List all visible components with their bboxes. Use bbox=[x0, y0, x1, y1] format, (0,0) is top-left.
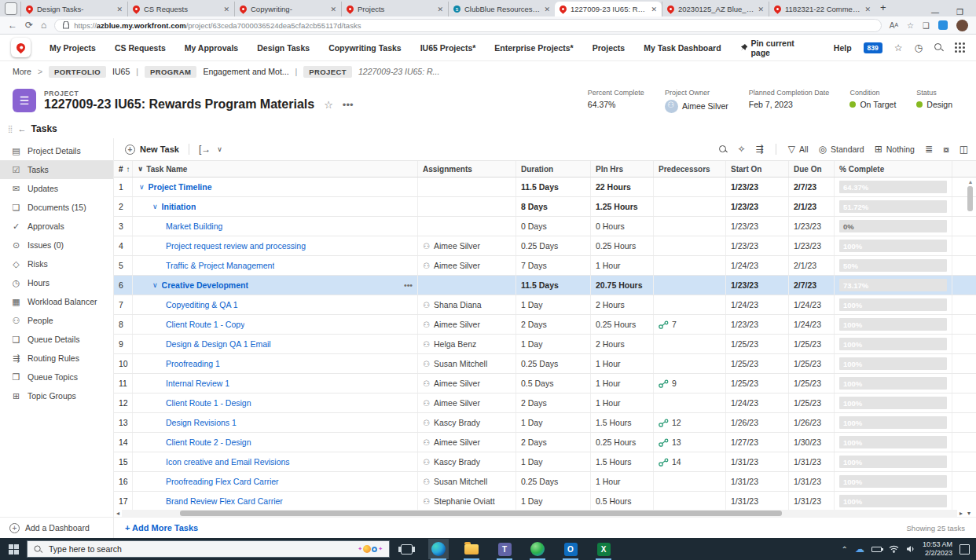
taskbar-app[interactable] bbox=[527, 539, 548, 559]
browser-tab[interactable]: CS Requests ✕ bbox=[127, 2, 234, 16]
program-link[interactable]: Engagement and Mot... bbox=[203, 67, 288, 76]
read-aloud-icon[interactable]: Aᴬ bbox=[890, 21, 898, 30]
collapse-arrow-icon[interactable]: ← bbox=[18, 124, 26, 134]
column-duration[interactable]: Duration bbox=[516, 161, 591, 177]
taskbar-app[interactable]: O bbox=[560, 539, 581, 559]
recents-clock-icon[interactable]: ◷ bbox=[915, 42, 923, 53]
table-row[interactable]: 14 ∨ Client Route 2 - Design ••• ⚇ Aimee… bbox=[114, 433, 976, 452]
nav-item[interactable]: CS Requests bbox=[115, 43, 166, 53]
sidebar-item[interactable]: ▤ Project Details bbox=[0, 141, 113, 160]
table-row[interactable]: 6 ∨ Creative Development ••• ⚇ 11.5 Days… bbox=[114, 276, 976, 295]
tray-chevron-icon[interactable]: ⌃ bbox=[842, 545, 848, 554]
column-predecessors[interactable]: Predecessors bbox=[654, 161, 726, 177]
new-task-button[interactable]: + New Task bbox=[125, 145, 179, 155]
task-name-link[interactable]: Project request review and processing bbox=[166, 241, 306, 251]
table-row[interactable]: 13 ∨ Design Revisions 1 ••• ⚇ Kascy Brad… bbox=[114, 413, 976, 433]
table-row[interactable]: 1 ∨ Project Timeline ••• ⚇ 11.5 Days 22 … bbox=[114, 178, 976, 197]
favorites-icon[interactable]: ☆ bbox=[907, 21, 914, 30]
global-search-icon[interactable] bbox=[934, 43, 943, 52]
scroll-left-icon[interactable]: ◂ bbox=[114, 510, 122, 517]
task-name-link[interactable]: Proofreading 1 bbox=[166, 359, 220, 368]
table-row[interactable]: 17 ∨ Brand Review Flex Card Carrier ••• … bbox=[114, 492, 976, 510]
horizontal-scrollbar[interactable]: ◂ ▸ ▾ bbox=[114, 510, 976, 517]
search-icon[interactable] bbox=[719, 145, 728, 154]
taskbar-app[interactable] bbox=[428, 539, 449, 559]
sidebar-item[interactable]: ⇶ Routing Rules bbox=[0, 349, 113, 368]
nav-item[interactable]: Copywriting Tasks bbox=[328, 43, 402, 53]
table-row[interactable]: 2 ∨ Initiation ••• ⚇ 8 Days 1.25 Hours bbox=[114, 197, 976, 217]
back-icon[interactable]: ← bbox=[8, 20, 17, 30]
task-name-link[interactable]: Client Route 1 - Copy bbox=[166, 320, 244, 329]
browser-tab[interactable]: Projects ✕ bbox=[341, 2, 448, 16]
nav-item[interactable]: Design Tasks bbox=[257, 43, 310, 53]
table-row[interactable]: 15 ∨ Icon creative and Email Revisions •… bbox=[114, 452, 976, 472]
table-row[interactable]: 16 ∨ Proofreading Flex Card Carrier ••• … bbox=[114, 472, 976, 492]
help-link[interactable]: Help bbox=[834, 43, 852, 53]
task-name-link[interactable]: Initiation bbox=[162, 202, 196, 211]
action-center-icon[interactable] bbox=[959, 544, 970, 555]
browser-tab[interactable]: ClubBlue Resources - Anti ✕ bbox=[448, 2, 555, 16]
sidebar-item[interactable]: ▦ Workload Balancer bbox=[0, 292, 113, 311]
export-chevron-icon[interactable]: ∨ bbox=[217, 145, 222, 153]
right-panel-icon[interactable]: ◫ bbox=[959, 144, 968, 155]
assignments-flow-icon[interactable]: ⇶ bbox=[756, 144, 764, 155]
tab-close-icon[interactable]: ✕ bbox=[330, 5, 336, 13]
nav-item[interactable]: My Task Dashboard bbox=[644, 43, 721, 53]
hscroll-thumb[interactable] bbox=[180, 511, 781, 516]
taskbar-app[interactable]: X bbox=[593, 539, 614, 559]
task-name-link[interactable]: Project Timeline bbox=[149, 182, 212, 192]
task-name-link[interactable]: Proofreading Flex Card Carrier bbox=[166, 477, 279, 486]
nav-item[interactable]: My Approvals bbox=[185, 43, 238, 53]
tab-close-icon[interactable]: ✕ bbox=[864, 5, 871, 13]
add-more-tasks-button[interactable]: + Add More Tasks bbox=[125, 523, 198, 533]
drag-handle-icon[interactable]: ⣿ bbox=[8, 125, 13, 133]
task-name-link[interactable]: Client Route 2 - Design bbox=[166, 437, 251, 447]
quick-filter-wand-icon[interactable]: ✧ bbox=[738, 144, 746, 155]
sidebar-item[interactable]: ☑ Tasks bbox=[0, 160, 113, 179]
column-pln-hrs[interactable]: Pln Hrs bbox=[591, 161, 654, 177]
browser-tab[interactable]: 1227009-23 IU65: Reward ✕ bbox=[555, 2, 662, 16]
task-name-link[interactable]: Market Building bbox=[166, 221, 222, 231]
table-row[interactable]: 9 ∨ Design & Design QA 1 Email ••• ⚇ Hel… bbox=[114, 335, 976, 354]
task-name-link[interactable]: Internal Review 1 bbox=[166, 379, 229, 388]
wifi-icon[interactable] bbox=[889, 545, 899, 553]
add-dashboard-button[interactable]: + Add a Dashboard bbox=[0, 517, 113, 538]
table-row[interactable]: 7 ∨ Copyediting & QA 1 ••• ⚇ Shana Diana… bbox=[114, 295, 976, 315]
tab-close-icon[interactable]: ✕ bbox=[651, 5, 657, 13]
portfolio-link[interactable]: IU65 bbox=[112, 67, 130, 76]
browser-tab[interactable]: Design Tasks- ✕ bbox=[20, 2, 127, 16]
scroll-up-icon[interactable]: ▲ bbox=[967, 179, 974, 185]
table-row[interactable]: 8 ∨ Client Route 1 - Copy ••• ⚇ Aimee Si… bbox=[114, 315, 976, 335]
tab-close-icon[interactable]: ✕ bbox=[758, 5, 764, 13]
row-expand-icon[interactable]: ∨ bbox=[152, 281, 158, 289]
tab-close-icon[interactable]: ✕ bbox=[437, 5, 443, 13]
scroll-right-icon[interactable]: ▸ bbox=[957, 510, 965, 517]
sidebar-item[interactable]: ❒ Queue Topics bbox=[0, 368, 113, 386]
tab-search-icon[interactable] bbox=[5, 2, 17, 15]
column-percent-complete[interactable]: % Complete bbox=[835, 161, 952, 177]
sidebar-item[interactable]: ✓ Approvals bbox=[0, 217, 113, 236]
list-view-icon[interactable]: ≣ bbox=[925, 144, 933, 155]
column-number[interactable]: #↑ bbox=[114, 161, 133, 177]
tab-close-icon[interactable]: ✕ bbox=[116, 5, 123, 13]
taskbar-app[interactable] bbox=[461, 539, 482, 559]
task-view-icon[interactable] bbox=[401, 544, 413, 555]
sidebar-item[interactable]: ❏ Documents (15) bbox=[0, 198, 113, 217]
browser-tab[interactable]: 20230125_AZ Blue_InHom ✕ bbox=[662, 2, 769, 16]
filter-control[interactable]: ▽All bbox=[788, 144, 809, 155]
task-name-link[interactable]: Traffic & Project Management bbox=[166, 261, 274, 270]
collapse-all-icon[interactable]: ∨ bbox=[138, 165, 143, 173]
vscroll-thumb[interactable] bbox=[967, 186, 973, 211]
sidebar-item[interactable]: ◇ Risks bbox=[0, 254, 113, 273]
window-minimize-icon[interactable]: — bbox=[931, 8, 939, 16]
sidebar-item[interactable]: ⊞ Topic Groups bbox=[0, 386, 113, 405]
sidebar-item[interactable]: ❑ Queue Details bbox=[0, 330, 113, 349]
taskbar-search[interactable]: Type here to search ✦✦ bbox=[27, 540, 390, 558]
vertical-scrollbar[interactable]: ▲ bbox=[967, 179, 974, 493]
table-row[interactable]: 4 ∨ Project request review and processin… bbox=[114, 236, 976, 256]
task-name-link[interactable]: Creative Development bbox=[162, 280, 248, 290]
browser-tab[interactable]: Copywriting- ✕ bbox=[234, 2, 341, 16]
table-row[interactable]: 5 ∨ Traffic & Project Management ••• ⚇ A… bbox=[114, 256, 976, 276]
row-more-icon[interactable]: ••• bbox=[404, 280, 413, 290]
table-row[interactable]: 12 ∨ Client Route 1 - Design ••• ⚇ Aimee… bbox=[114, 393, 976, 413]
